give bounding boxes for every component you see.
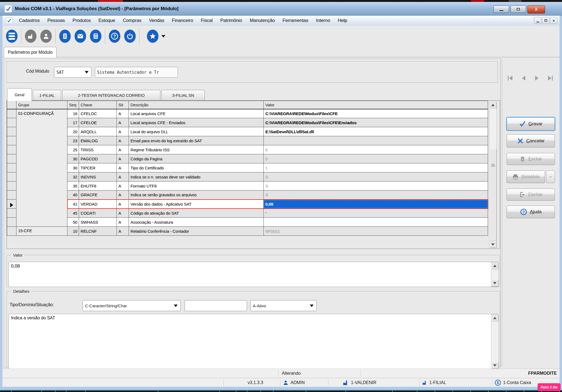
module-code-value: SAT — [54, 70, 85, 75]
mail-button[interactable] — [74, 29, 86, 43]
menu-financeiro[interactable]: Financeiro — [168, 17, 197, 24]
table-row[interactable]: 32INDVNSAIndica se o n. sessao deve ser … — [7, 172, 488, 181]
table-row[interactable]: 35EHUTF8AFormato UTF8S — [7, 181, 488, 191]
table-row[interactable]: 40GRACFEAIndica se serão gravados os arq… — [7, 191, 488, 200]
table-row[interactable]: 50SWHASSAAssociação - Assinatura — [7, 218, 488, 227]
scrollbar-thumb[interactable] — [490, 149, 496, 241]
relatorio-options-button[interactable] — [546, 171, 555, 183]
restore-button[interactable] — [510, 5, 526, 13]
col-sit[interactable]: Sit — [117, 101, 129, 109]
menu-manutencao[interactable]: Manutenção — [246, 17, 279, 24]
mdi-restore-button[interactable] — [542, 17, 549, 24]
cancelar-button[interactable]: Cancelar — [507, 134, 555, 147]
scroll-up-button[interactable] — [492, 315, 498, 321]
minimize-button[interactable] — [493, 5, 509, 13]
col-chave[interactable]: Chave — [79, 101, 117, 109]
cell-chave: VERDAD — [79, 200, 117, 209]
tab-parametros-por-modulo[interactable]: Parâmetros por Módulo — [4, 47, 56, 57]
module-description-field[interactable]: Sistema Autenticador e Tr — [95, 67, 178, 78]
table-row[interactable]: 41VERDADAVersão dos dados - Aplicativo S… — [7, 200, 488, 209]
last-record-button[interactable] — [548, 76, 553, 81]
table-row[interactable]: 30TIPCERATipo do Certificado1 — [7, 163, 488, 172]
background-window-edge-top — [0, 0, 562, 2]
tab-2-testar-integracao-correio[interactable]: 2-TESTAR INTEGRACAO CORREIO — [62, 90, 160, 100]
scroll-up-button[interactable] — [490, 102, 496, 108]
tab-3-filial-sn[interactable]: 3-FILIAL SN — [161, 90, 205, 100]
tipo-select[interactable]: C-Caracter/String/Char — [83, 300, 181, 311]
table-row[interactable]: 30PAGCODACódigo da Pagina0 — [7, 154, 488, 163]
excluir-button[interactable]: Excluir — [507, 153, 555, 165]
parameters-grid: Grupo Seq Chave Sit Descrição Valor 01-C… — [7, 100, 500, 249]
menu-pessoas[interactable]: Pessoas — [44, 17, 69, 24]
menu-estoque[interactable]: Estoque — [95, 17, 119, 24]
descricao-textarea[interactable]: Indica a versão do SAT — [8, 314, 498, 369]
menu-compras[interactable]: Compras — [119, 17, 145, 24]
table-row[interactable]: 01-CONFIGURAÇÃ16CFELOCALocal arquivos CF… — [7, 109, 488, 118]
row-indicator — [7, 136, 16, 145]
help-button[interactable]: ? — [109, 29, 121, 43]
ajuda-button[interactable]: ? Ajuda — [507, 206, 555, 218]
favorites-dropdown-icon[interactable] — [161, 35, 165, 38]
menu-vendas[interactable]: Vendas — [145, 17, 168, 24]
gravar-button[interactable]: Gravar — [507, 117, 555, 130]
scroll-down-button[interactable] — [490, 241, 496, 248]
status-divider — [328, 379, 328, 386]
menu-produtos[interactable]: Produtos — [69, 17, 95, 24]
power-button[interactable] — [124, 29, 136, 43]
table-row[interactable]: 25TRIISSARegime Tributário ISS6 — [7, 145, 488, 154]
valor-textarea[interactable]: 0,08 — [8, 262, 498, 287]
scroll-down-button[interactable] — [492, 280, 498, 286]
col-valor[interactable]: Valor — [264, 101, 488, 109]
relatorio-button[interactable]: Relatório — [507, 171, 545, 183]
fechar-button[interactable]: Fechar — [507, 189, 555, 201]
company-button[interactable] — [25, 29, 37, 43]
calculator-button[interactable] — [90, 29, 102, 43]
grid-vertical-scrollbar[interactable] — [489, 101, 497, 248]
scroll-down-button[interactable] — [492, 362, 498, 368]
tab-geral[interactable]: Geral — [7, 88, 32, 101]
cell-sit: A — [117, 209, 129, 218]
situacao-select[interactable]: A-Ativo — [250, 300, 317, 311]
col-descricao[interactable]: Descrição — [129, 101, 264, 109]
first-record-button[interactable] — [508, 76, 512, 81]
arrow-down-icon — [491, 243, 495, 246]
previous-record-button[interactable] — [522, 76, 525, 81]
menu-interno[interactable]: Interno — [312, 17, 334, 24]
scroll-up-button[interactable] — [492, 263, 498, 269]
valor-scrollbar[interactable] — [491, 262, 499, 287]
table-row[interactable]: 45CODATIACódigo de ativação do SAT* — [7, 209, 488, 218]
status-form-id: FPARMODITE — [528, 369, 557, 378]
table-row[interactable]: 17CFELOEALocal arquivos CFE - EnviadosC:… — [7, 118, 488, 127]
restore-icon — [517, 8, 520, 10]
favorites-button[interactable] — [147, 29, 159, 43]
table-row[interactable]: 23EMALOGAEmail para envio do log extraíd… — [7, 136, 488, 145]
table-row[interactable]: 20ARQDLLALocal do arquivo DLLE:\SatDevel… — [7, 127, 488, 136]
close-button[interactable]: X — [527, 5, 545, 13]
cell-descricao: Relatório Conferência - Contador — [129, 227, 264, 236]
panel-divider — [502, 59, 503, 367]
next-record-button[interactable] — [535, 76, 538, 81]
status-user-label: ADMIN — [291, 380, 305, 385]
col-seq[interactable]: Seq — [67, 101, 79, 109]
menu-help[interactable]: Help — [334, 17, 351, 24]
mdi-minimize-button[interactable] — [534, 17, 541, 24]
dominio-field[interactable] — [185, 300, 247, 311]
table-row[interactable]: 15-CFE10RELCNFARelatório Conferência - C… — [7, 227, 488, 236]
cell-descricao: Formato UTF8 — [129, 181, 264, 191]
user-button[interactable] — [40, 29, 52, 43]
mdi-close-button[interactable]: x — [550, 17, 557, 24]
descricao-scrollbar[interactable] — [491, 314, 499, 369]
notes-button[interactable] — [59, 29, 71, 43]
toolbar-separator — [105, 29, 105, 44]
cell-valor: C:\VIAREGRA\REDE\Modus\Files\CFE — [264, 109, 488, 118]
menu-ferramentas[interactable]: Ferramentas — [279, 17, 312, 24]
module-code-select[interactable]: SAT — [54, 67, 92, 78]
menu-patrimonio[interactable]: Patrimônio — [217, 17, 246, 24]
menu-cadastros[interactable]: Cadastros — [15, 17, 44, 24]
cell-seq: 25 — [67, 145, 79, 154]
col-grupo[interactable]: Grupo — [16, 101, 67, 109]
tab-1-filial[interactable]: 1-FILIAL — [33, 90, 61, 100]
menu-fiscal[interactable]: Fiscal — [197, 17, 216, 24]
database-button[interactable] — [6, 29, 18, 43]
taskbar-tick — [306, 391, 306, 392]
